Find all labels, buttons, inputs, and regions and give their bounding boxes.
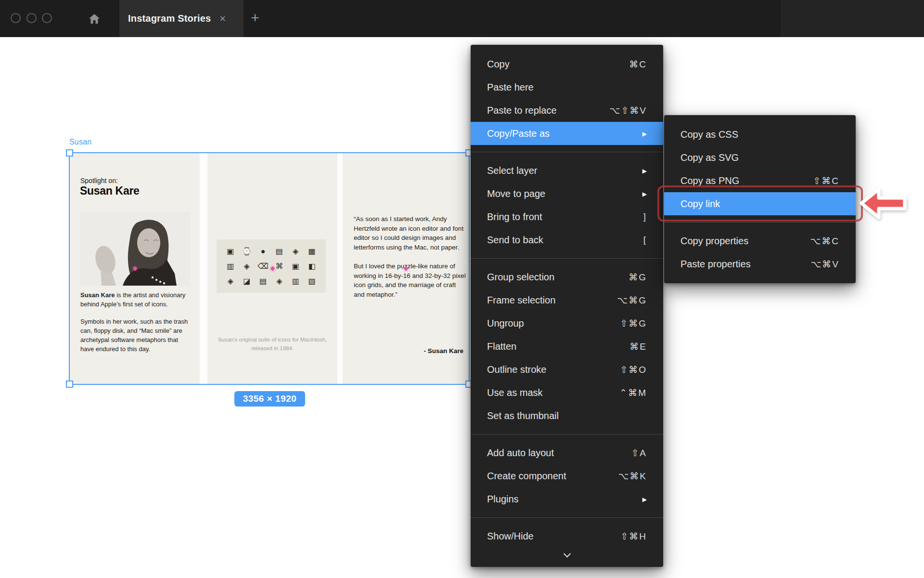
- menu-scroll-chevron-down-icon[interactable]: [471, 548, 663, 562]
- context-menu-item-move-to-page[interactable]: Move to page▶: [471, 182, 663, 205]
- context-menu-separator: [471, 434, 663, 434]
- card-stack-icon: ▤: [259, 277, 267, 285]
- menu-item-label: Show/Hide: [487, 531, 612, 542]
- menu-item-label: Copy properties: [680, 236, 801, 247]
- new-tab-button[interactable]: +: [247, 11, 263, 26]
- mac-icons-grid: ▣⌚●▤◈▦▥◈⌫⌘▣◧◈◪▤◈▥▧: [217, 239, 326, 293]
- menu-item-shortcut: ⌘G: [629, 272, 647, 283]
- bio-lead-bold: Susan Kare: [80, 291, 115, 299]
- menu-item-shortcut: ⇧⌘C: [813, 175, 839, 186]
- menu-item-shortcut: ⌥⌘G: [617, 295, 647, 306]
- hand-diamond-icon: ◈: [228, 277, 233, 285]
- susan-frame[interactable]: Spotlight on: Susan Kare Susan Kare: [69, 153, 469, 384]
- bio-paragraph-2: Symbols in her work, such as the trash c…: [80, 317, 189, 354]
- open-door-icon: ◧: [308, 263, 316, 270]
- context-menu-item-copy-paste-as[interactable]: Copy/Paste as▶: [471, 122, 663, 145]
- leaf-icon: ▧: [308, 277, 316, 285]
- topbar-right-segment: [780, 0, 924, 37]
- hand-diamond-icon: ◈: [276, 277, 282, 285]
- window-close-circle[interactable]: [11, 13, 21, 23]
- menu-item-shortcut: ⇧⌘O: [620, 364, 647, 375]
- quote-block: “As soon as I started work, Andy Hertzfe…: [354, 214, 466, 299]
- annotation-arrow-icon: [857, 184, 910, 223]
- quote-attribution: - Susan Kare: [424, 347, 463, 355]
- submenu-item-copy-as-css[interactable]: Copy as CSS: [664, 123, 856, 146]
- icons-caption: Susan’s original suite of icons for Maci…: [212, 335, 333, 353]
- submenu-item-copy-link[interactable]: Copy link: [664, 192, 856, 215]
- hand-diamond-icon: ◈: [244, 263, 250, 270]
- tab-title: Instagram Stories: [128, 13, 211, 24]
- context-menu-item-add-auto-layout[interactable]: Add auto layout⇧A: [471, 441, 663, 464]
- watch-icon: ⌚: [242, 248, 252, 255]
- context-menu-item-group-selection[interactable]: Group selection⌘G: [471, 265, 663, 289]
- submenu-item-copy-as-svg[interactable]: Copy as SVG: [664, 146, 856, 169]
- menu-item-shortcut: ⌥⇧⌘V: [610, 105, 647, 116]
- window-zoom-circle[interactable]: [42, 13, 52, 23]
- context-menu-item-set-as-thumbnail[interactable]: Set as thumbnail: [471, 404, 663, 427]
- context-menu-item-frame-selection[interactable]: Frame selection⌥⌘G: [471, 289, 663, 312]
- copy-paste-as-submenu: Copy as CSSCopy as SVGCopy as PNG⇧⌘CCopy…: [664, 115, 856, 283]
- menu-item-label: Copy as SVG: [680, 152, 839, 163]
- menu-item-label: Copy as CSS: [680, 129, 839, 140]
- menu-item-shortcut: ⇧⌘G: [620, 318, 647, 329]
- menu-item-label: Outline stroke: [487, 364, 611, 375]
- context-menu-item-show-hide[interactable]: Show/Hide⇧⌘H: [471, 525, 663, 548]
- window-minimize-circle[interactable]: [26, 13, 37, 23]
- dimensions-badge: 3356 × 1920: [234, 391, 305, 407]
- context-menu-item-ungroup[interactable]: Ungroup⇧⌘G: [471, 312, 663, 335]
- menu-item-label: Frame selection: [487, 295, 608, 306]
- menu-item-label: Paste to replace: [487, 105, 601, 116]
- context-menu-item-send-to-back[interactable]: Send to back[: [471, 228, 663, 251]
- context-menu-item-flatten[interactable]: Flatten⌘E: [471, 335, 663, 358]
- command-key-icon: ⌘: [275, 263, 283, 270]
- menu-item-label: Set as thumbnail: [487, 410, 647, 421]
- submenu-item-copy-as-png[interactable]: Copy as PNG⇧⌘C: [664, 169, 856, 192]
- home-icon: [88, 13, 101, 25]
- floppy-disk-icon: ▦: [308, 248, 316, 255]
- context-menu-item-plugins[interactable]: Plugins▶: [471, 487, 663, 511]
- menu-item-label: Plugins: [487, 494, 634, 505]
- classic-mac-icon: ▣: [227, 248, 234, 255]
- dark-page-icon: ◪: [243, 277, 250, 285]
- hand-diamond-icon: ◈: [293, 248, 298, 255]
- menu-item-label: Move to page: [487, 188, 634, 199]
- susan-kare-photo: [80, 212, 190, 286]
- submenu-item-copy-properties[interactable]: Copy properties⌥⌘C: [664, 229, 856, 252]
- menu-item-label: Create component: [487, 471, 609, 482]
- tab-close-icon[interactable]: ×: [219, 13, 226, 24]
- submenu-arrow-icon: ▶: [642, 496, 647, 503]
- toolbox-icon: ▤: [276, 248, 283, 255]
- context-menu: Copy⌘CPaste herePaste to replace⌥⇧⌘VCopy…: [471, 45, 663, 567]
- menu-item-label: Add auto layout: [487, 447, 622, 459]
- context-menu-item-select-layer[interactable]: Select layer▶: [471, 159, 663, 182]
- frame-name-label[interactable]: Susan: [69, 138, 91, 146]
- context-menu-item-use-as-mask[interactable]: Use as mask⌃⌘M: [471, 381, 663, 404]
- menu-item-label: Use as mask: [487, 387, 611, 398]
- design-canvas[interactable]: Susan Spotlight on: Susan Kare: [0, 37, 924, 578]
- context-menu-item-outline-stroke[interactable]: Outline stroke⇧⌘O: [471, 358, 663, 381]
- spotlight-headline: Susan Kare: [80, 184, 140, 197]
- submenu-arrow-icon: ▶: [642, 131, 647, 137]
- submenu-arrow-icon: ▶: [642, 191, 647, 197]
- menu-item-label: Copy as PNG: [680, 175, 804, 186]
- quote-paragraph-2: But I loved the puzzle-like nature of wo…: [354, 262, 466, 299]
- submenu-item-paste-properties[interactable]: Paste properties⌥⌘V: [664, 252, 856, 276]
- tab-instagram-stories[interactable]: Instagram Stories ×: [119, 0, 244, 37]
- context-menu-item-paste-to-replace[interactable]: Paste to replace⌥⇧⌘V: [471, 99, 663, 122]
- submenu-arrow-icon: ▶: [642, 168, 647, 174]
- document-icon: ▥: [227, 263, 234, 270]
- context-menu-item-bring-to-front[interactable]: Bring to front]: [471, 205, 663, 228]
- home-button[interactable]: [88, 12, 101, 26]
- context-menu-item-create-component[interactable]: Create component⌥⌘K: [471, 464, 663, 487]
- context-menu-item-paste-here[interactable]: Paste here: [471, 76, 663, 99]
- menu-item-label: Paste properties: [680, 259, 802, 270]
- menu-item-label: Flatten: [487, 341, 621, 352]
- menu-item-label: Bring to front: [487, 211, 635, 223]
- bomb-icon: ●: [261, 248, 266, 255]
- bio-paragraph-1: Susan Kare is the artist and visionary b…: [80, 290, 189, 309]
- menu-item-shortcut: ⌥⌘C: [810, 236, 839, 247]
- context-menu-item-copy[interactable]: Copy⌘C: [471, 53, 663, 76]
- menu-item-label: Select layer: [487, 165, 634, 176]
- top-bar: Instagram Stories × +: [0, 0, 924, 37]
- menu-item-label: Ungroup: [487, 318, 611, 329]
